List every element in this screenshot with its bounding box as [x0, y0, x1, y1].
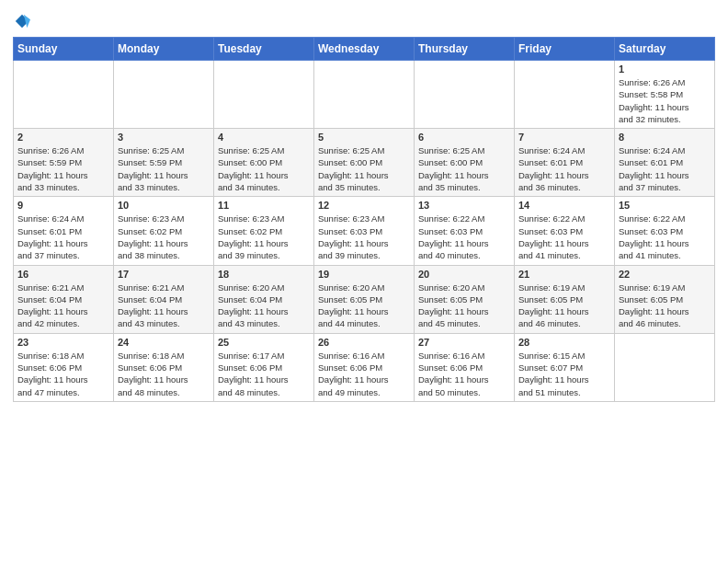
header	[13, 9, 715, 31]
day-info: Sunrise: 6:22 AM Sunset: 6:03 PM Dayligh…	[619, 213, 711, 261]
day-info: Sunrise: 6:15 AM Sunset: 6:07 PM Dayligh…	[518, 350, 610, 398]
logo-icon	[14, 13, 30, 29]
day-info: Sunrise: 6:18 AM Sunset: 6:06 PM Dayligh…	[17, 350, 109, 398]
weekday-header-sunday: Sunday	[14, 38, 114, 61]
day-number: 6	[418, 132, 510, 143]
calendar-cell: 11Sunrise: 6:23 AM Sunset: 6:02 PM Dayli…	[214, 197, 314, 265]
calendar-cell: 14Sunrise: 6:22 AM Sunset: 6:03 PM Dayli…	[515, 197, 615, 265]
day-number: 26	[318, 337, 410, 348]
day-number: 9	[17, 200, 109, 211]
calendar-cell: 16Sunrise: 6:21 AM Sunset: 6:04 PM Dayli…	[14, 265, 114, 333]
day-number: 22	[619, 269, 711, 280]
day-info: Sunrise: 6:25 AM Sunset: 5:59 PM Dayligh…	[118, 144, 210, 193]
week-row-2: 2Sunrise: 6:26 AM Sunset: 5:59 PM Daylig…	[14, 129, 715, 197]
weekday-header-thursday: Thursday	[415, 38, 515, 61]
week-row-5: 23Sunrise: 6:18 AM Sunset: 6:06 PM Dayli…	[14, 333, 715, 401]
day-info: Sunrise: 6:20 AM Sunset: 6:05 PM Dayligh…	[418, 282, 510, 330]
weekday-header-tuesday: Tuesday	[214, 38, 314, 61]
page: SundayMondayTuesdayWednesdayThursdayFrid…	[0, 0, 728, 563]
day-number: 4	[218, 132, 310, 143]
weekday-header-row: SundayMondayTuesdayWednesdayThursdayFrid…	[14, 38, 715, 61]
day-number: 1	[619, 63, 711, 75]
day-number: 19	[318, 269, 410, 280]
day-number: 7	[518, 132, 610, 143]
calendar-cell: 8Sunrise: 6:24 AM Sunset: 6:01 PM Daylig…	[615, 129, 715, 197]
calendar-cell: 2Sunrise: 6:26 AM Sunset: 5:59 PM Daylig…	[14, 129, 114, 197]
day-info: Sunrise: 6:20 AM Sunset: 6:05 PM Dayligh…	[318, 282, 410, 330]
calendar-cell: 20Sunrise: 6:20 AM Sunset: 6:05 PM Dayli…	[415, 265, 515, 333]
day-info: Sunrise: 6:26 AM Sunset: 5:59 PM Dayligh…	[17, 144, 109, 193]
day-number: 17	[118, 269, 210, 280]
day-number: 18	[218, 269, 310, 280]
logo	[13, 9, 30, 31]
day-number: 24	[118, 337, 210, 348]
calendar-cell: 13Sunrise: 6:22 AM Sunset: 6:03 PM Dayli…	[415, 197, 515, 265]
calendar-cell: 4Sunrise: 6:25 AM Sunset: 6:00 PM Daylig…	[214, 129, 314, 197]
calendar-cell: 7Sunrise: 6:24 AM Sunset: 6:01 PM Daylig…	[515, 129, 615, 197]
day-info: Sunrise: 6:21 AM Sunset: 6:04 PM Dayligh…	[118, 282, 210, 330]
day-info: Sunrise: 6:24 AM Sunset: 6:01 PM Dayligh…	[518, 144, 610, 193]
day-info: Sunrise: 6:16 AM Sunset: 6:06 PM Dayligh…	[318, 350, 410, 398]
calendar-cell: 1Sunrise: 6:26 AM Sunset: 5:58 PM Daylig…	[615, 61, 715, 129]
day-info: Sunrise: 6:19 AM Sunset: 6:05 PM Dayligh…	[619, 282, 711, 330]
calendar-cell	[415, 61, 515, 129]
calendar-cell: 9Sunrise: 6:24 AM Sunset: 6:01 PM Daylig…	[14, 197, 114, 265]
day-number: 5	[318, 132, 410, 143]
day-number: 15	[619, 200, 711, 211]
calendar-cell	[114, 61, 214, 129]
day-number: 16	[17, 269, 109, 280]
weekday-header-wednesday: Wednesday	[314, 38, 415, 61]
calendar-cell	[214, 61, 314, 129]
calendar-cell: 28Sunrise: 6:15 AM Sunset: 6:07 PM Dayli…	[515, 333, 615, 401]
day-number: 3	[118, 132, 210, 143]
day-info: Sunrise: 6:17 AM Sunset: 6:06 PM Dayligh…	[218, 350, 310, 398]
day-info: Sunrise: 6:22 AM Sunset: 6:03 PM Dayligh…	[418, 213, 510, 261]
calendar-cell: 15Sunrise: 6:22 AM Sunset: 6:03 PM Dayli…	[615, 197, 715, 265]
day-info: Sunrise: 6:24 AM Sunset: 6:01 PM Dayligh…	[17, 213, 109, 261]
day-number: 8	[619, 132, 711, 143]
calendar-cell	[14, 61, 114, 129]
day-number: 27	[418, 337, 510, 348]
calendar-cell	[615, 333, 715, 401]
day-number: 28	[518, 337, 610, 348]
week-row-4: 16Sunrise: 6:21 AM Sunset: 6:04 PM Dayli…	[14, 265, 715, 333]
day-info: Sunrise: 6:25 AM Sunset: 6:00 PM Dayligh…	[318, 144, 410, 193]
day-info: Sunrise: 6:16 AM Sunset: 6:06 PM Dayligh…	[418, 350, 510, 398]
week-row-1: 1Sunrise: 6:26 AM Sunset: 5:58 PM Daylig…	[14, 61, 715, 129]
calendar: SundayMondayTuesdayWednesdayThursdayFrid…	[13, 37, 715, 402]
day-number: 12	[318, 200, 410, 211]
calendar-cell: 10Sunrise: 6:23 AM Sunset: 6:02 PM Dayli…	[114, 197, 214, 265]
calendar-cell: 22Sunrise: 6:19 AM Sunset: 6:05 PM Dayli…	[615, 265, 715, 333]
calendar-cell	[515, 61, 615, 129]
day-number: 21	[518, 269, 610, 280]
day-info: Sunrise: 6:26 AM Sunset: 5:58 PM Dayligh…	[619, 76, 711, 125]
day-info: Sunrise: 6:23 AM Sunset: 6:02 PM Dayligh…	[218, 213, 310, 261]
day-number: 14	[518, 200, 610, 211]
day-info: Sunrise: 6:18 AM Sunset: 6:06 PM Dayligh…	[118, 350, 210, 398]
day-info: Sunrise: 6:23 AM Sunset: 6:02 PM Dayligh…	[118, 213, 210, 261]
calendar-cell: 17Sunrise: 6:21 AM Sunset: 6:04 PM Dayli…	[114, 265, 214, 333]
calendar-cell: 24Sunrise: 6:18 AM Sunset: 6:06 PM Dayli…	[114, 333, 214, 401]
calendar-cell: 25Sunrise: 6:17 AM Sunset: 6:06 PM Dayli…	[214, 333, 314, 401]
calendar-cell: 21Sunrise: 6:19 AM Sunset: 6:05 PM Dayli…	[515, 265, 615, 333]
calendar-cell: 3Sunrise: 6:25 AM Sunset: 5:59 PM Daylig…	[114, 129, 214, 197]
calendar-cell: 26Sunrise: 6:16 AM Sunset: 6:06 PM Dayli…	[314, 333, 415, 401]
day-info: Sunrise: 6:25 AM Sunset: 6:00 PM Dayligh…	[218, 144, 310, 193]
weekday-header-monday: Monday	[114, 38, 214, 61]
day-info: Sunrise: 6:24 AM Sunset: 6:01 PM Dayligh…	[619, 144, 711, 193]
day-info: Sunrise: 6:20 AM Sunset: 6:04 PM Dayligh…	[218, 282, 310, 330]
day-number: 10	[118, 200, 210, 211]
calendar-cell	[314, 61, 415, 129]
day-number: 11	[218, 200, 310, 211]
day-number: 25	[218, 337, 310, 348]
day-info: Sunrise: 6:19 AM Sunset: 6:05 PM Dayligh…	[518, 282, 610, 330]
weekday-header-saturday: Saturday	[615, 38, 715, 61]
day-number: 23	[17, 337, 109, 348]
calendar-cell: 6Sunrise: 6:25 AM Sunset: 6:00 PM Daylig…	[415, 129, 515, 197]
calendar-cell: 5Sunrise: 6:25 AM Sunset: 6:00 PM Daylig…	[314, 129, 415, 197]
week-row-3: 9Sunrise: 6:24 AM Sunset: 6:01 PM Daylig…	[14, 197, 715, 265]
calendar-cell: 27Sunrise: 6:16 AM Sunset: 6:06 PM Dayli…	[415, 333, 515, 401]
day-number: 13	[418, 200, 510, 211]
weekday-header-friday: Friday	[515, 38, 615, 61]
calendar-cell: 23Sunrise: 6:18 AM Sunset: 6:06 PM Dayli…	[14, 333, 114, 401]
